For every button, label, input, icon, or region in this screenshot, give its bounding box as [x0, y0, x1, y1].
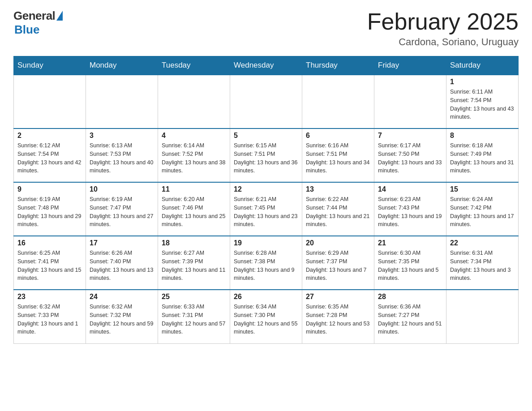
day-info: Sunrise: 6:32 AMSunset: 7:33 PMDaylight:…: [17, 303, 82, 336]
day-of-week-header: Saturday: [446, 56, 519, 75]
day-of-week-header: Thursday: [302, 56, 374, 75]
day-of-week-header: Monday: [86, 56, 158, 75]
day-number: 2: [17, 132, 82, 140]
month-title: February 2025: [367, 9, 519, 34]
day-info: Sunrise: 6:19 AMSunset: 7:47 PMDaylight:…: [90, 195, 154, 229]
day-info: Sunrise: 6:35 AMSunset: 7:28 PMDaylight:…: [306, 303, 370, 336]
day-number: 1: [450, 78, 515, 86]
day-number: 16: [17, 239, 82, 247]
day-info: Sunrise: 6:17 AMSunset: 7:50 PMDaylight:…: [378, 141, 442, 175]
day-number: 17: [90, 239, 154, 247]
calendar-cell: 9Sunrise: 6:19 AMSunset: 7:48 PMDaylight…: [14, 182, 86, 236]
calendar-cell: 23Sunrise: 6:32 AMSunset: 7:33 PMDayligh…: [14, 290, 86, 343]
calendar-cell: 27Sunrise: 6:35 AMSunset: 7:28 PMDayligh…: [302, 290, 374, 343]
logo: General Blue: [13, 9, 63, 37]
calendar-cell: [446, 290, 519, 343]
day-number: 13: [306, 185, 370, 193]
day-number: 18: [162, 239, 226, 247]
calendar-cell: 14Sunrise: 6:23 AMSunset: 7:43 PMDayligh…: [374, 182, 446, 236]
week-row: 2Sunrise: 6:12 AMSunset: 7:54 PMDaylight…: [14, 128, 519, 182]
day-number: 20: [306, 239, 370, 247]
week-row: 9Sunrise: 6:19 AMSunset: 7:48 PMDaylight…: [14, 182, 519, 236]
day-of-week-header: Friday: [374, 56, 446, 75]
day-info: Sunrise: 6:11 AMSunset: 7:54 PMDaylight:…: [450, 88, 515, 121]
day-of-week-header: Sunday: [14, 56, 86, 75]
day-number: 15: [450, 185, 515, 193]
day-number: 3: [90, 132, 154, 140]
calendar-cell: 16Sunrise: 6:25 AMSunset: 7:41 PMDayligh…: [14, 236, 86, 290]
day-number: 10: [90, 185, 154, 193]
day-number: 19: [234, 239, 298, 247]
day-info: Sunrise: 6:16 AMSunset: 7:51 PMDaylight:…: [306, 141, 370, 175]
calendar-cell: 17Sunrise: 6:26 AMSunset: 7:40 PMDayligh…: [86, 236, 158, 290]
calendar-cell: 18Sunrise: 6:27 AMSunset: 7:39 PMDayligh…: [158, 236, 230, 290]
day-info: Sunrise: 6:27 AMSunset: 7:39 PMDaylight:…: [162, 249, 226, 283]
day-info: Sunrise: 6:13 AMSunset: 7:53 PMDaylight:…: [90, 141, 154, 175]
calendar-cell: [302, 75, 374, 128]
calendar-cell: [86, 75, 158, 128]
day-number: 9: [17, 185, 82, 193]
day-info: Sunrise: 6:18 AMSunset: 7:49 PMDaylight:…: [450, 141, 515, 175]
logo-general-text: General: [13, 9, 55, 23]
day-number: 12: [234, 185, 298, 193]
day-info: Sunrise: 6:19 AMSunset: 7:48 PMDaylight:…: [17, 195, 82, 229]
day-info: Sunrise: 6:36 AMSunset: 7:27 PMDaylight:…: [378, 303, 442, 336]
day-info: Sunrise: 6:29 AMSunset: 7:37 PMDaylight:…: [306, 249, 370, 283]
day-info: Sunrise: 6:12 AMSunset: 7:54 PMDaylight:…: [17, 141, 82, 175]
day-number: 26: [234, 293, 298, 301]
calendar-cell: 28Sunrise: 6:36 AMSunset: 7:27 PMDayligh…: [374, 290, 446, 343]
calendar-cell: 21Sunrise: 6:30 AMSunset: 7:35 PMDayligh…: [374, 236, 446, 290]
day-info: Sunrise: 6:24 AMSunset: 7:42 PMDaylight:…: [450, 195, 515, 229]
location-subtitle: Cardona, Soriano, Uruguay: [367, 36, 519, 48]
day-info: Sunrise: 6:15 AMSunset: 7:51 PMDaylight:…: [234, 141, 298, 175]
day-info: Sunrise: 6:34 AMSunset: 7:30 PMDaylight:…: [234, 303, 298, 336]
day-number: 22: [450, 239, 515, 247]
day-number: 4: [162, 132, 226, 140]
calendar-cell: 10Sunrise: 6:19 AMSunset: 7:47 PMDayligh…: [86, 182, 158, 236]
day-info: Sunrise: 6:21 AMSunset: 7:45 PMDaylight:…: [234, 195, 298, 229]
day-info: Sunrise: 6:25 AMSunset: 7:41 PMDaylight:…: [17, 249, 82, 283]
calendar-cell: 6Sunrise: 6:16 AMSunset: 7:51 PMDaylight…: [302, 128, 374, 182]
day-number: 6: [306, 132, 370, 140]
day-number: 11: [162, 185, 226, 193]
day-number: 28: [378, 293, 442, 301]
logo-triangle-icon: [56, 11, 63, 21]
calendar-cell: 4Sunrise: 6:14 AMSunset: 7:52 PMDaylight…: [158, 128, 230, 182]
calendar-cell: 24Sunrise: 6:32 AMSunset: 7:32 PMDayligh…: [86, 290, 158, 343]
day-info: Sunrise: 6:22 AMSunset: 7:44 PMDaylight:…: [306, 195, 370, 229]
day-info: Sunrise: 6:26 AMSunset: 7:40 PMDaylight:…: [90, 249, 154, 283]
calendar-cell: 25Sunrise: 6:33 AMSunset: 7:31 PMDayligh…: [158, 290, 230, 343]
calendar-cell: 11Sunrise: 6:20 AMSunset: 7:46 PMDayligh…: [158, 182, 230, 236]
calendar-header-row: SundayMondayTuesdayWednesdayThursdayFrid…: [14, 56, 519, 75]
day-info: Sunrise: 6:23 AMSunset: 7:43 PMDaylight:…: [378, 195, 442, 229]
week-row: 16Sunrise: 6:25 AMSunset: 7:41 PMDayligh…: [14, 236, 519, 290]
calendar-cell: 7Sunrise: 6:17 AMSunset: 7:50 PMDaylight…: [374, 128, 446, 182]
day-number: 23: [17, 293, 82, 301]
day-info: Sunrise: 6:33 AMSunset: 7:31 PMDaylight:…: [162, 303, 226, 336]
calendar-cell: 3Sunrise: 6:13 AMSunset: 7:53 PMDaylight…: [86, 128, 158, 182]
day-number: 27: [306, 293, 370, 301]
day-info: Sunrise: 6:28 AMSunset: 7:38 PMDaylight:…: [234, 249, 298, 283]
day-info: Sunrise: 6:30 AMSunset: 7:35 PMDaylight:…: [378, 249, 442, 283]
day-number: 21: [378, 239, 442, 247]
day-info: Sunrise: 6:20 AMSunset: 7:46 PMDaylight:…: [162, 195, 226, 229]
calendar-cell: [158, 75, 230, 128]
calendar-cell: 26Sunrise: 6:34 AMSunset: 7:30 PMDayligh…: [230, 290, 302, 343]
calendar-cell: 8Sunrise: 6:18 AMSunset: 7:49 PMDaylight…: [446, 128, 519, 182]
day-number: 14: [378, 185, 442, 193]
title-section: February 2025 Cardona, Soriano, Uruguay: [367, 9, 519, 48]
day-number: 24: [90, 293, 154, 301]
calendar-table: SundayMondayTuesdayWednesdayThursdayFrid…: [13, 56, 519, 344]
day-of-week-header: Tuesday: [158, 56, 230, 75]
calendar-cell: [230, 75, 302, 128]
page-header: General Blue February 2025 Cardona, Sori…: [13, 9, 519, 48]
day-number: 25: [162, 293, 226, 301]
calendar-cell: [374, 75, 446, 128]
day-info: Sunrise: 6:31 AMSunset: 7:34 PMDaylight:…: [450, 249, 515, 283]
calendar-cell: 12Sunrise: 6:21 AMSunset: 7:45 PMDayligh…: [230, 182, 302, 236]
day-number: 5: [234, 132, 298, 140]
calendar-cell: 20Sunrise: 6:29 AMSunset: 7:37 PMDayligh…: [302, 236, 374, 290]
day-number: 8: [450, 132, 515, 140]
calendar-cell: 13Sunrise: 6:22 AMSunset: 7:44 PMDayligh…: [302, 182, 374, 236]
day-info: Sunrise: 6:32 AMSunset: 7:32 PMDaylight:…: [90, 303, 154, 336]
